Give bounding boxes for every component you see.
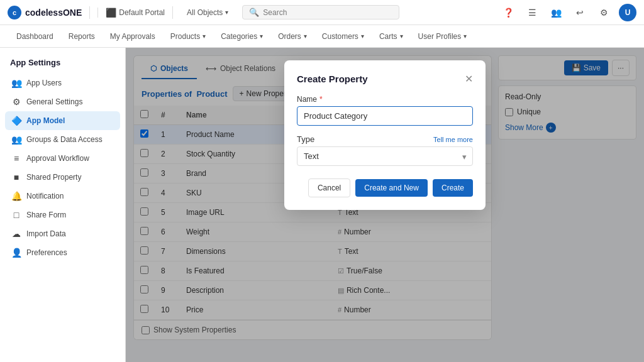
create-and-new-button[interactable]: Create and New bbox=[355, 179, 428, 197]
modal-header: Create Property ✕ bbox=[297, 73, 473, 85]
type-label: Type bbox=[297, 134, 314, 144]
name-field: Name * bbox=[297, 95, 473, 126]
sidebar-title: App Settings bbox=[5, 55, 120, 74]
sidebar: App Settings 👥 App Users ⚙ General Setti… bbox=[0, 48, 126, 362]
modal-overlay: Create Property ✕ Name * Type Tell me mo… bbox=[126, 48, 644, 362]
preferences-icon: 👤 bbox=[11, 248, 21, 258]
notification-icon: 🔔 bbox=[11, 191, 21, 201]
chevron-categories: ▾ bbox=[260, 33, 263, 40]
portal-badge[interactable]: ⬛ Default Portal bbox=[97, 8, 165, 18]
chevron-products: ▾ bbox=[203, 33, 206, 40]
nav-reports[interactable]: Reports bbox=[62, 28, 101, 45]
app-model-icon: 🔷 bbox=[11, 116, 21, 126]
approval-workflow-icon: ≡ bbox=[11, 153, 21, 163]
search-box[interactable]: 🔍 bbox=[242, 5, 399, 19]
sidebar-item-notification[interactable]: 🔔 Notification bbox=[5, 187, 120, 206]
create-property-modal: Create Property ✕ Name * Type Tell me mo… bbox=[284, 60, 486, 210]
nav-products[interactable]: Products▾ bbox=[164, 28, 212, 45]
nav-customers[interactable]: Customers▾ bbox=[316, 28, 370, 45]
settings-icon[interactable]: ⚙ bbox=[595, 4, 613, 21]
name-label: Name * bbox=[297, 95, 473, 104]
top-nav: c codelessONE ⬛ Default Portal All Objec… bbox=[0, 0, 644, 25]
menu-icon[interactable]: ☰ bbox=[523, 4, 541, 21]
app-users-icon: 👥 bbox=[11, 78, 21, 88]
sidebar-item-general-settings[interactable]: ⚙ General Settings bbox=[5, 92, 120, 111]
type-select-wrapper: TextNumberTrue/FalseDateRich ContentFile… bbox=[297, 146, 473, 166]
required-star: * bbox=[319, 95, 323, 104]
shared-property-icon: ■ bbox=[11, 172, 21, 182]
nav-orders[interactable]: Orders▾ bbox=[272, 28, 313, 45]
sub-nav: Dashboard Reports My Approvals Products▾… bbox=[0, 25, 644, 48]
nav-user-profiles[interactable]: User Profiles▾ bbox=[412, 28, 474, 45]
portal-label: Default Portal bbox=[119, 8, 165, 17]
chevron-carts: ▾ bbox=[400, 33, 403, 40]
sidebar-item-app-model[interactable]: 🔷 App Model bbox=[5, 111, 120, 130]
groups-icon: 👥 bbox=[11, 134, 21, 145]
chevron-customers: ▾ bbox=[361, 33, 364, 40]
main-content: ⬡ Objects ⟷ Object Relations 👥 Roles ▣ P… bbox=[126, 48, 644, 362]
logo-text: codelessONE bbox=[25, 8, 82, 18]
main-layout: App Settings 👥 App Users ⚙ General Setti… bbox=[0, 48, 644, 362]
name-input[interactable] bbox=[297, 106, 473, 126]
create-button[interactable]: Create bbox=[433, 179, 473, 197]
sidebar-item-shared-property[interactable]: ■ Shared Property bbox=[5, 168, 120, 187]
sidebar-item-preferences[interactable]: 👤 Preferences bbox=[5, 243, 120, 262]
chevron-down-icon: ▾ bbox=[225, 9, 228, 16]
all-objects-dropdown[interactable]: All Objects ▾ bbox=[180, 4, 235, 21]
sidebar-item-approval-workflow[interactable]: ≡ Approval Workflow bbox=[5, 149, 120, 168]
nav-divider2 bbox=[172, 6, 173, 19]
portal-icon: ⬛ bbox=[106, 8, 116, 18]
avatar[interactable]: U bbox=[619, 4, 636, 21]
chevron-orders: ▾ bbox=[304, 33, 307, 40]
sidebar-item-app-users[interactable]: 👥 App Users bbox=[5, 74, 120, 92]
modal-footer: Cancel Create and New Create bbox=[297, 178, 473, 197]
type-label-row: Type Tell me more bbox=[297, 134, 473, 144]
modal-close-button[interactable]: ✕ bbox=[465, 73, 473, 85]
import-data-icon: ☁ bbox=[11, 229, 21, 239]
type-select[interactable]: TextNumberTrue/FalseDateRich ContentFile… bbox=[297, 146, 473, 166]
history-icon[interactable]: ↩ bbox=[571, 4, 589, 21]
search-icon: 🔍 bbox=[249, 8, 259, 17]
search-input[interactable] bbox=[263, 8, 392, 17]
chevron-user-profiles: ▾ bbox=[464, 33, 467, 40]
nav-categories[interactable]: Categories▾ bbox=[214, 28, 269, 45]
logo[interactable]: c codelessONE bbox=[8, 6, 82, 19]
modal-title: Create Property bbox=[297, 74, 368, 84]
sidebar-item-import-data[interactable]: ☁ Import Data bbox=[5, 224, 120, 243]
users-icon[interactable]: 👥 bbox=[547, 4, 565, 21]
logo-icon: c bbox=[8, 6, 21, 19]
nav-divider bbox=[89, 6, 90, 19]
sidebar-item-share-form[interactable]: □ Share Form bbox=[5, 206, 120, 224]
share-form-icon: □ bbox=[11, 210, 21, 220]
cancel-button[interactable]: Cancel bbox=[308, 178, 350, 197]
type-field: Type Tell me more TextNumberTrue/FalseDa… bbox=[297, 134, 473, 166]
tell-me-more-link[interactable]: Tell me more bbox=[433, 136, 473, 143]
nav-dashboard[interactable]: Dashboard bbox=[10, 28, 60, 45]
general-settings-icon: ⚙ bbox=[11, 97, 21, 107]
sidebar-item-groups-data-access[interactable]: 👥 Groups & Data Access bbox=[5, 130, 120, 149]
nav-my-approvals[interactable]: My Approvals bbox=[104, 28, 162, 45]
nav-carts[interactable]: Carts▾ bbox=[373, 28, 409, 45]
nav-icons: ❓ ☰ 👥 ↩ ⚙ U bbox=[499, 4, 636, 21]
help-icon[interactable]: ❓ bbox=[499, 4, 517, 21]
